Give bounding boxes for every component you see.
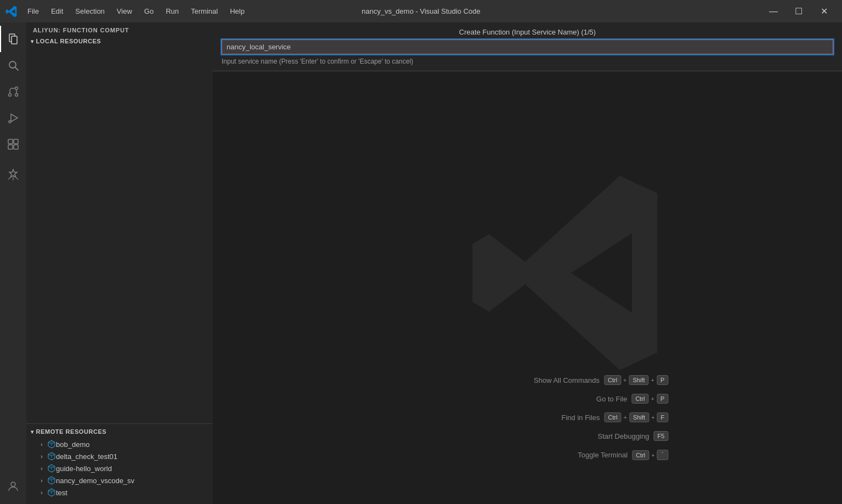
- shortcut-go-to-file: Go to File Ctrl + P: [512, 394, 668, 404]
- menu-view[interactable]: View: [111, 5, 138, 18]
- kbd-group: F5: [653, 431, 668, 441]
- menu-bar: File Edit Selection View Go Run Terminal…: [22, 5, 250, 18]
- local-resources-section: ▾ LOCAL RESOURCES: [26, 36, 213, 47]
- key: Shift: [629, 375, 649, 385]
- input-dialog: Create Function (Input Service Name) (1/…: [213, 22, 842, 71]
- key: Ctrl: [604, 412, 621, 422]
- remote-resources-title[interactable]: ▾ REMOTE RESOURCES: [26, 426, 213, 437]
- menu-help[interactable]: Help: [224, 5, 250, 18]
- dialog-title: Create Function (Input Service Name) (1/…: [213, 22, 842, 39]
- svg-point-5: [15, 87, 18, 90]
- activity-plugin[interactable]: [0, 162, 26, 188]
- content-area: Create Function (Input Service Name) (1/…: [213, 22, 842, 504]
- cube-icon: [47, 452, 56, 461]
- titlebar: File Edit Selection View Go Run Terminal…: [0, 0, 842, 22]
- shortcut-label: Start Debugging: [561, 432, 649, 440]
- list-item[interactable]: › test: [26, 486, 213, 499]
- kbd-group: Ctrl + P: [631, 394, 668, 404]
- sidebar-separator: [26, 423, 213, 424]
- svg-rect-11: [14, 139, 18, 144]
- activity-run[interactable]: [0, 105, 26, 131]
- vscode-watermark-icon: [465, 169, 674, 379]
- menu-selection[interactable]: Selection: [70, 5, 110, 18]
- remote-chevron-icon: ▾: [31, 429, 34, 435]
- local-chevron-icon: ▾: [31, 38, 34, 44]
- svg-point-4: [9, 94, 12, 97]
- svg-marker-8: [11, 114, 18, 122]
- sidebar-header: ALIYUN: FUNCTION COMPUT: [26, 22, 213, 36]
- list-item[interactable]: › nancy_demo_vscode_sv: [26, 474, 213, 486]
- dialog-hint: Input service name (Press 'Enter' to con…: [213, 54, 842, 71]
- shortcut-toggle-terminal: Toggle Terminal Ctrl + `: [512, 450, 668, 460]
- svg-point-6: [15, 94, 18, 97]
- item-label: bob_demo: [56, 440, 89, 449]
- menu-go[interactable]: Go: [139, 5, 159, 18]
- key: `: [657, 450, 669, 460]
- menu-file[interactable]: File: [22, 5, 44, 18]
- expand-arrow-icon: ›: [37, 476, 46, 485]
- item-label: delta_check_test01: [56, 452, 117, 461]
- list-item[interactable]: › bob_demo: [26, 438, 213, 450]
- activity-account[interactable]: [0, 473, 26, 500]
- key: F5: [653, 431, 668, 441]
- cube-icon: [47, 440, 56, 449]
- window-title: nancy_vs_demo - Visual Studio Code: [361, 7, 481, 15]
- item-label: test: [56, 489, 67, 497]
- activity-extensions[interactable]: [0, 131, 26, 157]
- shortcut-label: Toggle Terminal: [540, 451, 628, 459]
- key: Ctrl: [604, 375, 621, 385]
- expand-arrow-icon: ›: [37, 452, 46, 461]
- svg-point-2: [9, 61, 16, 68]
- key: Ctrl: [631, 394, 648, 404]
- shortcut-label: Show All Commands: [512, 376, 600, 384]
- maximize-button[interactable]: ☐: [786, 0, 811, 22]
- service-name-input[interactable]: [222, 39, 833, 54]
- kbd-group: Ctrl + `: [632, 450, 668, 460]
- minimize-button[interactable]: —: [761, 0, 786, 22]
- menu-terminal[interactable]: Terminal: [185, 5, 223, 18]
- key: Shift: [629, 412, 649, 422]
- shortcut-find-in-files: Find in Files Ctrl + Shift + F: [512, 412, 668, 422]
- svg-rect-12: [8, 145, 13, 149]
- svg-rect-10: [8, 139, 13, 144]
- local-resources-title[interactable]: ▾ LOCAL RESOURCES: [26, 36, 213, 47]
- remote-resources-section: ▾ REMOTE RESOURCES › bob_demo ›: [26, 426, 213, 504]
- svg-line-3: [15, 67, 18, 70]
- activity-bar: [0, 22, 26, 504]
- shortcut-show-commands: Show All Commands Ctrl + Shift + P: [512, 375, 668, 385]
- window-controls: — ☐ ✕: [761, 0, 837, 22]
- cube-icon: [47, 488, 56, 497]
- activity-git[interactable]: [0, 78, 26, 105]
- expand-arrow-icon: ›: [37, 464, 46, 473]
- svg-point-9: [9, 121, 11, 123]
- close-button[interactable]: ✕: [811, 0, 837, 22]
- dialog-input-field: [222, 39, 833, 54]
- app-logo: [5, 5, 18, 18]
- activity-search[interactable]: [0, 52, 26, 78]
- menu-run[interactable]: Run: [160, 5, 184, 18]
- key: P: [657, 394, 668, 404]
- expand-arrow-icon: ›: [37, 488, 46, 497]
- svg-rect-1: [12, 36, 17, 44]
- kbd-group: Ctrl + Shift + P: [604, 375, 668, 385]
- list-item[interactable]: › guide-hello_world: [26, 462, 213, 474]
- svg-point-14: [11, 482, 15, 486]
- svg-rect-13: [14, 145, 18, 149]
- menu-edit[interactable]: Edit: [46, 5, 69, 18]
- cube-icon: [47, 464, 56, 473]
- sidebar: ALIYUN: FUNCTION COMPUT ▾ LOCAL RESOURCE…: [26, 22, 213, 504]
- main-layout: ALIYUN: FUNCTION COMPUT ▾ LOCAL RESOURCE…: [0, 22, 842, 504]
- list-item[interactable]: › delta_check_test01: [26, 450, 213, 462]
- welcome-shortcuts: Show All Commands Ctrl + Shift + P Go to…: [512, 375, 668, 460]
- activity-explorer[interactable]: [0, 26, 26, 52]
- remote-resources-tree: › bob_demo › delta_check_test0: [26, 437, 213, 500]
- kbd-group: Ctrl + Shift + F: [604, 412, 669, 422]
- shortcut-start-debugging: Start Debugging F5: [512, 431, 668, 441]
- editor-area: Show All Commands Ctrl + Shift + P Go to…: [213, 22, 842, 504]
- key: P: [657, 375, 668, 385]
- shortcut-label: Go to File: [539, 395, 627, 403]
- expand-arrow-icon: ›: [37, 440, 46, 449]
- shortcut-label: Find in Files: [512, 414, 600, 422]
- item-label: guide-hello_world: [56, 465, 112, 473]
- key: Ctrl: [632, 450, 649, 460]
